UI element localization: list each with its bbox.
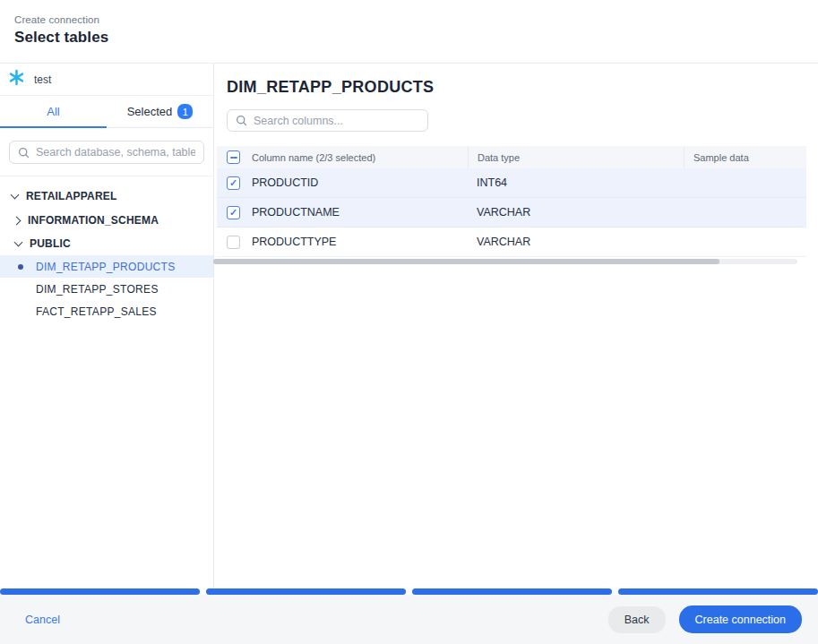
tree-item-label: RETAILAPPAREL	[26, 190, 117, 202]
connection-row: test	[0, 64, 213, 96]
table-row[interactable]: PRODUCTTYPE VARCHAR	[217, 228, 806, 257]
footer-bar: Cancel Back Create connection	[0, 595, 818, 644]
tree-item-information-schema[interactable]: INFORMATION_SCHEMA	[0, 209, 213, 232]
sidebar: test All Selected 1 RETAILAP	[0, 64, 214, 595]
connection-name: test	[34, 73, 51, 86]
select-all-checkbox[interactable]	[227, 150, 240, 164]
sidebar-search-input[interactable]	[36, 146, 195, 159]
tree-item-label: FACT_RETAPP_SALES	[36, 305, 157, 318]
tab-selected-label: Selected	[127, 105, 173, 118]
sidebar-search-wrap	[0, 128, 213, 176]
main-panel: DIM_RETAPP_PRODUCTS Column name (2/3 sel…	[214, 64, 818, 595]
table-title: DIM_RETAPP_PRODUCTS	[227, 78, 806, 97]
tree-item-label: DIM_RETAPP_PRODUCTS	[36, 261, 176, 273]
tree-item-fact-retapp-sales[interactable]: FACT_RETAPP_SALES	[0, 300, 213, 322]
cell-data-type: INT64	[468, 176, 684, 189]
tree-item-label: DIM_RETAPP_STORES	[36, 283, 159, 296]
tree-item-dim-retapp-stores[interactable]: DIM_RETAPP_STORES	[0, 278, 213, 300]
tree-item-public[interactable]: PUBLIC	[0, 232, 213, 255]
row-checkbox[interactable]: ✓	[227, 206, 240, 219]
chevron-down-icon	[14, 238, 23, 247]
row-checkbox[interactable]	[227, 236, 240, 249]
row-checkbox[interactable]: ✓	[227, 176, 240, 190]
page-title: Select tables	[14, 29, 818, 47]
create-connection-button[interactable]: Create connection	[679, 605, 802, 633]
search-icon	[18, 147, 30, 159]
tree-item-dim-retapp-products[interactable]: DIM_RETAPP_PRODUCTS	[0, 255, 213, 278]
breadcrumb: Create connection	[14, 14, 818, 25]
columns-search-box[interactable]	[227, 109, 428, 132]
chevron-down-icon	[11, 190, 20, 199]
cancel-link[interactable]: Cancel	[25, 614, 60, 626]
cell-data-type: VARCHAR	[468, 236, 684, 248]
stepper-segment	[618, 588, 818, 595]
tree-item-label: PUBLIC	[30, 237, 71, 250]
column-header-datatype: Data type	[468, 146, 684, 168]
chevron-right-icon	[13, 216, 22, 225]
cell-column-name: PRODUCTNAME	[252, 206, 468, 219]
horizontal-scrollbar[interactable]	[213, 259, 797, 264]
back-button[interactable]: Back	[608, 606, 666, 633]
table-header-row: Column name (2/3 selected) Data type Sam…	[217, 146, 806, 168]
stepper-segment	[412, 588, 612, 595]
cell-data-type: VARCHAR	[468, 206, 684, 219]
tree-item-label: INFORMATION_SCHEMA	[28, 214, 159, 227]
sidebar-search-box[interactable]	[9, 141, 204, 164]
stepper-segment	[0, 588, 200, 595]
tab-selected[interactable]: Selected 1	[107, 96, 213, 127]
search-icon	[236, 115, 247, 126]
tree-item-database[interactable]: RETAILAPPAREL	[0, 183, 213, 209]
selected-dot-icon	[18, 264, 23, 270]
table-row[interactable]: ✓ PRODUCTID INT64	[217, 168, 806, 198]
table-row[interactable]: ✓ PRODUCTNAME VARCHAR	[217, 198, 806, 228]
cell-column-name: PRODUCTID	[252, 176, 468, 189]
selected-count-badge: 1	[177, 104, 193, 119]
column-header-sample: Sample data	[684, 146, 806, 168]
progress-stepper	[0, 588, 818, 595]
column-header-name: Column name (2/3 selected)	[252, 152, 468, 163]
schema-tree: RETAILAPPAREL INFORMATION_SCHEMA PUBLIC …	[0, 176, 213, 322]
tab-all[interactable]: All	[0, 96, 107, 127]
cell-column-name: PRODUCTTYPE	[252, 236, 468, 248]
tab-all-label: All	[47, 105, 59, 118]
columns-search-input[interactable]	[254, 115, 419, 127]
wizard-header: Create connection Select tables	[0, 0, 818, 64]
columns-table: Column name (2/3 selected) Data type Sam…	[217, 146, 806, 264]
sidebar-tabs: All Selected 1	[0, 96, 213, 128]
content-area: test All Selected 1 RETAILAP	[0, 64, 818, 595]
scrollbar-thumb[interactable]	[213, 259, 719, 264]
snowflake-icon	[8, 69, 25, 90]
stepper-segment	[206, 588, 406, 595]
